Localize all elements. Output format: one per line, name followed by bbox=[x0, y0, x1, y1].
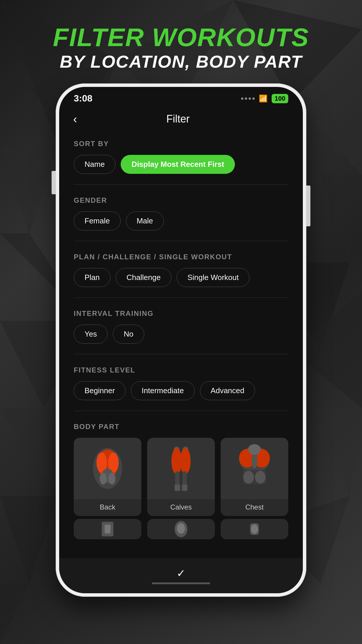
divider-3 bbox=[74, 298, 288, 298]
body-part-partial-row bbox=[74, 519, 288, 539]
chest-label: Chest bbox=[245, 499, 264, 516]
phone-shell: 3:08 📶 100 ‹ Filter SORT BY Name Display… bbox=[56, 83, 306, 597]
header-subtitle: BY LOCATION, BODY PART bbox=[53, 52, 309, 72]
challenge-button[interactable]: Challenge bbox=[116, 268, 171, 287]
sort-by-group: Name Display Most Recent First bbox=[74, 155, 288, 174]
back-muscle-image bbox=[74, 438, 141, 499]
nav-bar: ‹ Filter bbox=[59, 107, 303, 134]
level-intermediate-button[interactable]: Intermediate bbox=[131, 381, 195, 400]
body-part-partial-3[interactable] bbox=[221, 519, 288, 539]
status-time: 3:08 bbox=[74, 93, 92, 104]
header-section: FILTER WORKOUTS BY LOCATION, BODY PART bbox=[53, 23, 309, 72]
body-part-back[interactable]: Back bbox=[74, 438, 141, 516]
svg-point-38 bbox=[243, 471, 254, 484]
divider-2 bbox=[74, 241, 288, 241]
svg-rect-29 bbox=[175, 471, 180, 486]
sort-name-button[interactable]: Name bbox=[74, 155, 115, 174]
svg-rect-42 bbox=[105, 525, 110, 533]
divider-4 bbox=[74, 354, 288, 354]
body-part-partial-1[interactable] bbox=[74, 519, 141, 539]
chest-muscle-image bbox=[221, 438, 288, 499]
plan-button[interactable]: Plan bbox=[74, 268, 110, 287]
scroll-content: SORT BY Name Display Most Recent First G… bbox=[59, 134, 303, 558]
svg-point-39 bbox=[255, 471, 266, 484]
level-advanced-button[interactable]: Advanced bbox=[200, 381, 255, 400]
svg-point-40 bbox=[248, 444, 261, 455]
divider-5 bbox=[74, 411, 288, 411]
body-part-label: BODY PART bbox=[74, 423, 288, 431]
interval-yes-button[interactable]: Yes bbox=[74, 325, 108, 344]
svg-rect-31 bbox=[175, 484, 180, 491]
svg-marker-10 bbox=[0, 408, 58, 496]
svg-point-23 bbox=[100, 473, 107, 484]
header-title: FILTER WORKOUTS bbox=[53, 23, 309, 52]
battery-indicator: 100 bbox=[272, 94, 288, 103]
svg-marker-14 bbox=[0, 583, 29, 644]
gender-label: GENDER bbox=[74, 196, 288, 204]
fitness-level-label: FITNESS LEVEL bbox=[74, 366, 288, 374]
phone-screen: 3:08 📶 100 ‹ Filter SORT BY Name Display… bbox=[59, 87, 303, 593]
sort-by-label: SORT BY bbox=[74, 140, 288, 148]
wifi-icon: 📶 bbox=[259, 94, 268, 103]
svg-marker-12 bbox=[0, 496, 58, 583]
calves-label: Calves bbox=[170, 499, 191, 516]
single-workout-button[interactable]: Single Workout bbox=[177, 268, 249, 287]
svg-rect-32 bbox=[182, 484, 187, 491]
gender-group: Female Male bbox=[74, 211, 288, 230]
svg-point-46 bbox=[251, 524, 258, 534]
bottom-bar: ✓ bbox=[59, 558, 303, 593]
confirm-checkmark[interactable]: ✓ bbox=[177, 567, 185, 580]
status-bar: 3:08 📶 100 bbox=[59, 87, 303, 107]
fitness-level-group: Beginner Intermediate Advanced bbox=[74, 381, 288, 400]
svg-point-44 bbox=[177, 523, 185, 534]
level-beginner-button[interactable]: Beginner bbox=[74, 381, 126, 400]
calves-muscle-image bbox=[147, 438, 215, 499]
interval-training-group: Yes No bbox=[74, 325, 288, 344]
plan-type-group: Plan Challenge Single Workout bbox=[74, 268, 288, 287]
svg-marker-13 bbox=[321, 408, 362, 496]
interval-training-label: INTERVAL TRAINING bbox=[74, 309, 288, 318]
home-indicator bbox=[152, 582, 210, 584]
body-part-partial-2[interactable] bbox=[147, 519, 215, 539]
body-part-grid: Back bbox=[74, 438, 288, 516]
signal-icon bbox=[241, 97, 255, 100]
interval-no-button[interactable]: No bbox=[113, 325, 144, 344]
gender-male-button[interactable]: Male bbox=[126, 211, 164, 230]
svg-marker-7 bbox=[321, 175, 362, 262]
gender-female-button[interactable]: Female bbox=[74, 211, 121, 230]
svg-marker-3 bbox=[0, 146, 58, 233]
svg-point-28 bbox=[180, 448, 191, 474]
divider-1 bbox=[74, 184, 288, 185]
back-label: Back bbox=[100, 499, 115, 516]
svg-point-24 bbox=[108, 473, 115, 484]
body-part-calves[interactable]: Calves bbox=[147, 438, 215, 516]
svg-rect-30 bbox=[182, 471, 187, 486]
body-part-chest[interactable]: Chest bbox=[221, 438, 288, 516]
page-title: Filter bbox=[79, 113, 277, 125]
back-button[interactable]: ‹ bbox=[71, 110, 79, 128]
status-icons: 📶 100 bbox=[241, 94, 288, 103]
plan-type-label: PLAN / CHALLENGE / SINGLE WORKOUT bbox=[74, 253, 288, 261]
sort-recent-button[interactable]: Display Most Recent First bbox=[121, 155, 235, 174]
